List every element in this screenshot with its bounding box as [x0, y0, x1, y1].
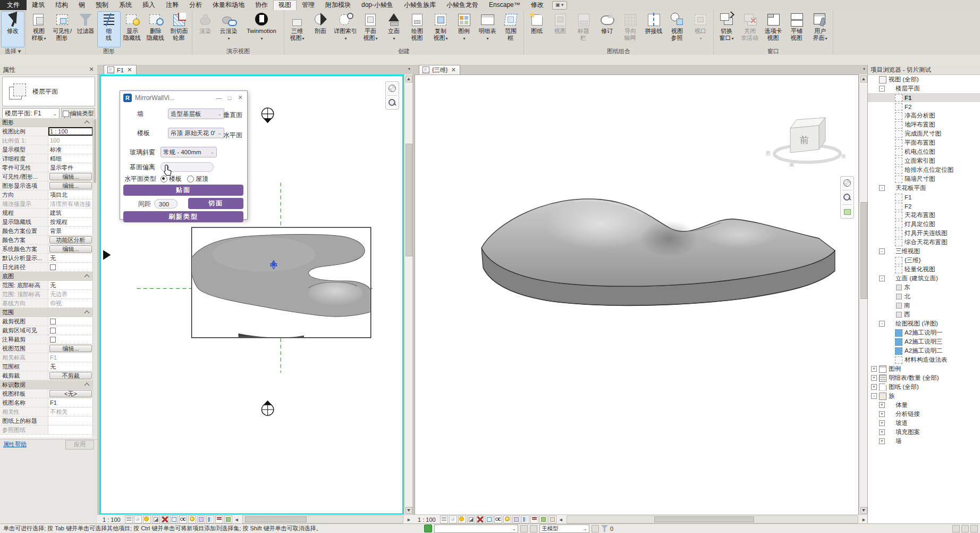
- property-row[interactable]: 颜色方案功能区分析: [0, 236, 93, 245]
- property-row[interactable]: 详细程度精细: [0, 154, 93, 163]
- tree-item[interactable]: A2施工说明二: [868, 346, 980, 355]
- tree-item[interactable]: +图纸 (全部): [868, 382, 980, 392]
- view-control-icon[interactable]: [143, 515, 151, 523]
- property-row[interactable]: 显示隐藏线按规程: [0, 218, 93, 227]
- tree-item[interactable]: F1: [868, 193, 980, 202]
- refresh-type-button[interactable]: 刷新类型: [123, 211, 243, 222]
- property-row[interactable]: 默认分析显示...无: [0, 254, 93, 263]
- view-control-icon[interactable]: [170, 515, 178, 523]
- property-row[interactable]: 图形显示选项编辑...: [0, 181, 93, 190]
- gray-inactive-icon[interactable]: [530, 525, 537, 532]
- property-row[interactable]: 相关性不相关: [0, 407, 93, 417]
- property-row[interactable]: 范围框无: [0, 362, 93, 371]
- property-row[interactable]: 注释裁剪: [0, 335, 93, 344]
- view-control-icon[interactable]: [125, 515, 133, 523]
- property-row[interactable]: 可见性/图形...编辑...: [0, 172, 93, 181]
- ribbon-button[interactable]: 剖面: [309, 11, 332, 47]
- mirror-wall-dialog[interactable]: R MirrorWallVi... — □ ✕ 墙 造型基层板⌄ 垂直面 楼板 …: [120, 90, 248, 220]
- ribbon-button[interactable]: 修订: [595, 11, 619, 47]
- ribbon-button[interactable]: 细线: [97, 11, 121, 47]
- base-offset-input[interactable]: 0: [160, 162, 214, 172]
- tab-list-chevron-icon[interactable]: ▾: [863, 66, 865, 71]
- tree-item[interactable]: 南: [868, 301, 980, 310]
- tree-expander-icon[interactable]: -: [879, 276, 885, 281]
- property-row[interactable]: 范围: [0, 308, 93, 317]
- ribbon-button[interactable]: 平铺视图: [785, 11, 808, 47]
- worksets-dropdown[interactable]: ⌄: [434, 524, 518, 533]
- ribbon-button[interactable]: 视图样板▾: [27, 11, 50, 47]
- tree-item[interactable]: -楼层平面: [868, 84, 980, 93]
- worksets-icon[interactable]: [424, 524, 432, 532]
- minimize-icon[interactable]: —: [215, 95, 223, 101]
- tab-list-chevron-icon[interactable]: ▾: [408, 66, 410, 71]
- tree-expander-icon[interactable]: +: [879, 411, 885, 417]
- ribbon-tab[interactable]: 建筑: [27, 0, 50, 10]
- view-control-icon[interactable]: [494, 515, 502, 523]
- ribbon-button[interactable]: 选项卡视图: [762, 11, 785, 47]
- ribbon-tab[interactable]: 小鲮鱼龙骨: [441, 0, 484, 10]
- tree-expander-icon[interactable]: +: [879, 420, 885, 426]
- filter-icon[interactable]: [601, 525, 608, 532]
- edit-type-button[interactable]: 编辑类型: [61, 108, 95, 119]
- property-row[interactable]: 颜色方案位置背景: [0, 227, 93, 236]
- ribbon-tab[interactable]: 文件: [0, 0, 27, 10]
- tree-item[interactable]: F1: [868, 93, 980, 102]
- property-row[interactable]: 零件可见性显示零件: [0, 163, 93, 172]
- radio-floor[interactable]: 楼板: [160, 174, 182, 184]
- tree-item[interactable]: +明细表/数量 (全部): [868, 373, 980, 382]
- view-tab-f1[interactable]: F1 ✕: [104, 65, 137, 74]
- tree-expander-icon[interactable]: +: [871, 366, 877, 372]
- ribbon-button[interactable]: 复制视图▾: [429, 11, 452, 47]
- ribbon-tab[interactable]: Enscape™: [484, 0, 526, 10]
- view-control-icon[interactable]: [440, 515, 448, 523]
- tree-item[interactable]: 东: [868, 283, 980, 292]
- tree-item[interactable]: +分析链接: [868, 410, 980, 419]
- ribbon-button[interactable]: 视图: [548, 11, 572, 47]
- tree-item[interactable]: 立面索引图: [868, 156, 980, 165]
- ribbon-tab[interactable]: 协作: [250, 0, 273, 10]
- 3d-view-canvas[interactable]: 前 西 南 东: [415, 74, 859, 515]
- view-control-icon[interactable]: [521, 515, 529, 523]
- select-links-toggle-icon[interactable]: [952, 525, 960, 532]
- ribbon-tab[interactable]: 钢: [73, 0, 90, 10]
- tree-item[interactable]: 视图 (全部): [868, 75, 980, 84]
- viewcube-west-label[interactable]: 西: [766, 151, 771, 156]
- dialog-title-bar[interactable]: R MirrorWallVi... — □ ✕: [120, 91, 247, 104]
- property-row[interactable]: 范围: 顶部标高无边界: [0, 290, 93, 299]
- tree-item[interactable]: 地坪布置图: [868, 120, 980, 129]
- tree-item[interactable]: 北: [868, 292, 980, 301]
- tree-expander-icon[interactable]: +: [879, 429, 885, 435]
- view-control-icon[interactable]: [503, 515, 511, 523]
- tree-expander-icon[interactable]: -: [879, 248, 885, 254]
- type-selector-dropdown[interactable]: 楼层平面: F1⌄: [2, 108, 60, 119]
- property-row[interactable]: 日光路径: [0, 263, 93, 272]
- view-control-icon[interactable]: [134, 515, 142, 523]
- scroll-right-icon[interactable]: ►: [407, 517, 411, 522]
- ribbon-button[interactable]: 切换窗口▾: [715, 11, 738, 47]
- tree-item[interactable]: F2: [868, 102, 980, 111]
- view-control-icon[interactable]: [548, 515, 556, 523]
- tree-item[interactable]: 综合天花布置图: [868, 238, 980, 247]
- ribbon-tab[interactable]: 小鲮鱼族库: [399, 0, 441, 10]
- tree-item[interactable]: 给排水点位定位图: [868, 165, 980, 174]
- tree-item[interactable]: -三维视图: [868, 247, 980, 256]
- view-control-icon[interactable]: [485, 515, 493, 523]
- tree-item[interactable]: 隔墙尺寸图: [868, 174, 980, 184]
- property-row[interactable]: 视图比例1 : 100: [0, 127, 93, 136]
- viewcube-front-label[interactable]: 前: [800, 135, 809, 145]
- property-row[interactable]: 裁剪视图: [0, 317, 93, 326]
- ribbon-button[interactable]: 视图参照: [665, 11, 689, 47]
- ribbon-button[interactable]: 视口▾: [689, 11, 712, 47]
- ribbon-tab[interactable]: 结构: [50, 0, 73, 10]
- ribbon-overflow-button[interactable]: ▣ ▾: [552, 1, 567, 10]
- view-control-icon[interactable]: [188, 515, 196, 523]
- tree-item[interactable]: 灯具开关连线图: [868, 229, 980, 238]
- tree-expander-icon[interactable]: -: [879, 185, 885, 191]
- tree-expander-icon[interactable]: +: [871, 384, 877, 390]
- tree-expander-icon[interactable]: -: [879, 321, 885, 327]
- horizontal-scrollbar[interactable]: [242, 515, 404, 523]
- ribbon-button[interactable]: 修改: [1, 11, 24, 47]
- view-control-icon[interactable]: [206, 515, 214, 523]
- property-row[interactable]: 视图样板<无>: [0, 389, 93, 398]
- vertical-scrollbar[interactable]: [404, 74, 412, 515]
